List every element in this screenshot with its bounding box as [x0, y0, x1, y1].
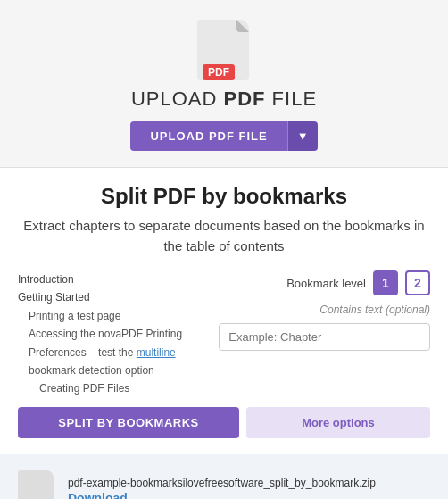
- list-item: Getting Started: [18, 288, 210, 306]
- contains-text-label: Contains text (optional): [219, 303, 430, 316]
- download-info: pdf-example-bookmarksilovefreesoftware_s…: [68, 477, 376, 499]
- upload-pdf-button[interactable]: UPLOAD PDF FILE: [130, 121, 286, 151]
- options-area: Introduction Getting Started Printing a …: [18, 270, 430, 398]
- upload-section: PDF UPLOAD PDF FILE UPLOAD PDF FILE ▼: [0, 0, 448, 168]
- download-pdf-icon: PDF: [18, 469, 55, 499]
- bookmark-level-row: Bookmark level 1 2: [219, 270, 430, 295]
- bookmark-list: Introduction Getting Started Printing a …: [18, 270, 210, 398]
- upload-title: UPLOAD PDF FILE: [131, 87, 317, 111]
- list-item: Creating PDF Files: [18, 379, 210, 397]
- multiline-link[interactable]: multiline: [137, 346, 176, 359]
- list-item: Printing a test page: [18, 307, 210, 325]
- download-filename: pdf-example-bookmarksilovefreesoftware_s…: [68, 477, 376, 489]
- more-options-button[interactable]: More options: [246, 407, 430, 438]
- page-title: Split PDF by bookmarks: [18, 184, 430, 209]
- list-item: Accessing the novaPDF PrintingPreference…: [18, 325, 210, 379]
- upload-dropdown-button[interactable]: ▼: [287, 121, 318, 151]
- download-link[interactable]: Download: [68, 491, 376, 499]
- list-item: Introduction: [18, 270, 210, 288]
- split-by-bookmarks-button[interactable]: SPLIT BY BOOKMARKS: [18, 407, 239, 438]
- download-section: PDF pdf-example-bookmarksilovefreesoftwa…: [0, 454, 448, 499]
- page-description: Extract chapters to separate documents b…: [18, 216, 430, 256]
- pdf-badge: PDF: [203, 64, 235, 80]
- bookmark-level-label: Bookmark level: [286, 277, 366, 290]
- upload-btn-group: UPLOAD PDF FILE ▼: [130, 121, 317, 151]
- dl-pdf-paper: [18, 470, 54, 499]
- right-panel: Bookmark level 1 2 Contains text (option…: [219, 270, 430, 351]
- action-buttons: SPLIT BY BOOKMARKS More options: [18, 407, 430, 438]
- bookmark-level-1-button[interactable]: 1: [373, 270, 398, 295]
- contains-text-input[interactable]: [219, 323, 430, 351]
- bookmark-level-2-button[interactable]: 2: [405, 270, 430, 295]
- main-content: Split PDF by bookmarks Extract chapters …: [0, 168, 448, 438]
- pdf-icon: PDF: [197, 16, 251, 80]
